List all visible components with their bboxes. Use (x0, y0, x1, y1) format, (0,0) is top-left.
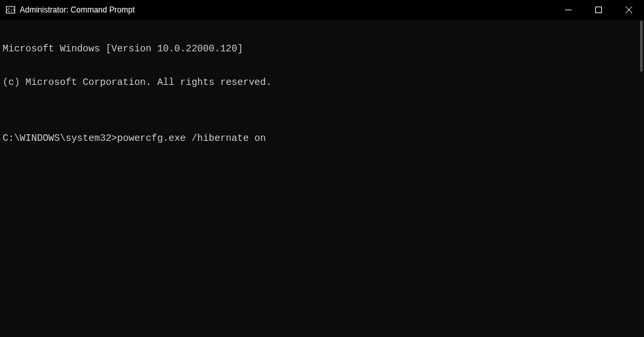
prompt-path: C:\WINDOWS\system32> (3, 133, 117, 144)
window-controls (553, 0, 644, 20)
titlebar[interactable]: C:\ Administrator: Command Prompt (0, 0, 644, 20)
console-area[interactable]: Microsoft Windows [Version 10.0.22000.12… (0, 20, 644, 337)
svg-rect-3 (596, 7, 602, 13)
close-button[interactable] (614, 0, 644, 20)
prompt-command: powercfg.exe /hibernate on (117, 133, 266, 144)
cmd-icon: C:\ (5, 5, 16, 15)
console-line-copyright: (c) Microsoft Corporation. All rights re… (3, 77, 641, 88)
console-prompt-line: C:\WINDOWS\system32>powercfg.exe /hibern… (3, 133, 641, 144)
window-title: Administrator: Command Prompt (20, 5, 135, 14)
svg-text:C:\: C:\ (7, 8, 16, 13)
maximize-button[interactable] (583, 0, 614, 20)
scrollbar-thumb[interactable] (640, 20, 643, 72)
command-prompt-window: C:\ Administrator: Command Prompt Micros… (0, 0, 644, 337)
minimize-button[interactable] (553, 0, 583, 20)
console-line-version: Microsoft Windows [Version 10.0.22000.12… (3, 43, 641, 55)
